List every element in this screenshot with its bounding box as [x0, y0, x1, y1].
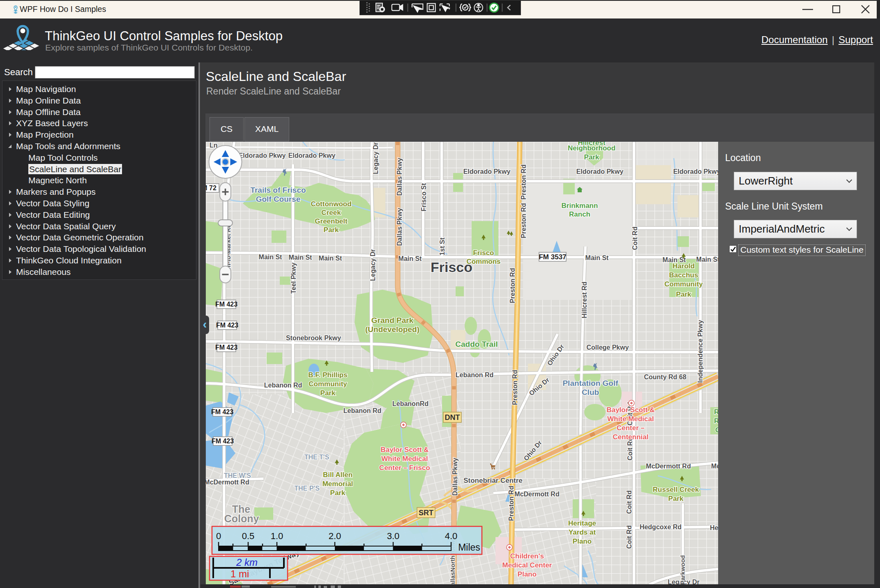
svg-text:Miles: Miles — [458, 542, 480, 553]
svg-text:Stonebriar Centre: Stonebriar Centre — [463, 477, 523, 484]
svg-text:Plantation Golf: Plantation Golf — [562, 379, 618, 387]
svg-text:Eldorado Pkwy: Eldorado Pkwy — [576, 168, 624, 175]
svg-text:Frisco St: Frisco St — [420, 183, 427, 211]
svg-text:Park: Park — [584, 153, 599, 161]
svg-text:Russell Creek: Russell Creek — [653, 486, 699, 493]
svg-text:DNT: DNT — [445, 413, 460, 422]
svg-text:Lebanon Rd: Lebanon Rd — [456, 371, 493, 378]
svg-text:4.0: 4.0 — [445, 531, 458, 541]
svg-text:SRT: SRT — [419, 509, 433, 517]
svg-text:0.5: 0.5 — [242, 531, 255, 541]
svg-text:Trails of Frisco: Trails of Frisco — [250, 186, 306, 194]
svg-text:Memorial: Memorial — [323, 480, 353, 488]
svg-text:Coit Rd: Coit Rd — [631, 227, 638, 250]
svg-text:Main St: Main St — [319, 255, 343, 262]
svg-text:Preston Rd: Preston Rd — [509, 268, 516, 303]
svg-text:Eldorado Pkwy: Eldorado Pkwy — [463, 168, 511, 175]
svg-text:Community: Community — [664, 280, 703, 288]
svg-text:Legacy Dr: Legacy Dr — [369, 249, 376, 281]
svg-text:Main St: Main St — [399, 255, 422, 262]
svg-text:FM 423: FM 423 — [215, 344, 237, 351]
svg-text:FM 3537: FM 3537 — [539, 253, 566, 261]
svg-text:FM 423: FM 423 — [215, 301, 237, 308]
svg-text:FM 423: FM 423 — [211, 408, 233, 415]
svg-text:Co: Co — [715, 426, 718, 434]
svg-text:2.0: 2.0 — [329, 531, 341, 541]
svg-text:Park: Park — [330, 489, 346, 497]
svg-text:Park: Park — [320, 389, 336, 397]
svg-text:Ranch: Ranch — [569, 210, 590, 218]
svg-text:Coit Rd: Coit Rd — [626, 491, 633, 514]
svg-text:Neighborhood: Neighborhood — [568, 144, 615, 152]
svg-text:Colony: Colony — [224, 513, 259, 524]
svg-text:Parkwood: Parkwood — [679, 555, 686, 584]
svg-text:Greenbelt: Greenbelt — [315, 217, 348, 225]
svg-text:Legacy Dr: Legacy Dr — [372, 142, 379, 174]
svg-text:Yards at: Yards at — [569, 528, 596, 536]
svg-text:Club: Club — [582, 388, 599, 397]
svg-text:Dallas Pkwy: Dallas Pkwy — [396, 158, 403, 196]
svg-text:McDermott Rd: McDermott Rd — [646, 463, 691, 470]
svg-text:Lebanon Rd: Lebanon Rd — [264, 382, 302, 389]
svg-text:Lebanon Rd: Lebanon Rd — [343, 407, 381, 414]
svg-text:McDermott Rd: McDermott Rd — [206, 479, 249, 486]
svg-text:Eldorado Pkwy: Eldorado Pkwy — [288, 152, 336, 159]
svg-text:Harold: Harold — [673, 262, 695, 270]
svg-text:FM 423: FM 423 — [216, 322, 238, 329]
svg-text:Main St: Main St — [289, 254, 313, 261]
svg-text:McD: McD — [711, 463, 718, 470]
svg-text:Park: Park — [324, 226, 339, 234]
svg-text:Hedg: Hedg — [710, 524, 718, 531]
svg-text:Eldorado Pkwy: Eldorado Pkwy — [239, 152, 286, 159]
svg-text:Baylor Scott &: Baylor Scott & — [380, 446, 428, 454]
svg-text:Main St: Main St — [585, 254, 609, 261]
svg-text:2 km: 2 km — [236, 557, 258, 568]
svg-text:College Pkwy: College Pkwy — [586, 344, 629, 351]
svg-text:B.F. Phillips: B.F. Phillips — [308, 371, 347, 379]
svg-text:Preston Rd: Preston Rd — [520, 203, 527, 238]
svg-text:FM 423: FM 423 — [212, 438, 234, 445]
svg-text:1.0: 1.0 — [271, 531, 283, 541]
svg-text:Main St: Main St — [696, 256, 718, 263]
svg-text:THE P'S: THE P'S — [294, 485, 320, 492]
svg-text:Main St: Main St — [259, 254, 283, 261]
svg-text:(Undeveloped): (Undeveloped) — [365, 325, 419, 334]
svg-text:Preston Rd: Preston Rd — [520, 164, 527, 199]
svg-text:M 72: M 72 — [206, 184, 217, 191]
svg-text:Eldorado Pkwy: Eldorado Pkwy — [673, 168, 718, 175]
svg-text:White Medical: White Medical — [381, 455, 428, 463]
svg-text:Dallas Pkwy: Dallas Pkwy — [452, 458, 458, 496]
svg-text:Brinkmann: Brinkmann — [562, 202, 598, 210]
svg-text:Hillcrest Rd: Hillcrest Rd — [581, 282, 588, 318]
svg-text:Children's: Children's — [510, 552, 544, 560]
svg-text:Commons: Commons — [466, 258, 500, 265]
svg-text:Preston Rd: Preston Rd — [511, 370, 518, 405]
svg-text:Creek: Creek — [321, 209, 341, 217]
svg-text:Park: Park — [668, 495, 684, 503]
svg-text:Centennial: Centennial — [613, 433, 649, 441]
svg-text:Medical Center: Medical Center — [502, 561, 552, 569]
svg-text:LebanonRd: LebanonRd — [392, 400, 428, 407]
svg-text:Grand Park: Grand Park — [371, 316, 414, 325]
svg-text:Independence Pkwy: Independence Pkwy — [697, 320, 704, 383]
svg-text:Center –: Center – — [617, 424, 645, 432]
svg-text:Plano: Plano — [518, 570, 537, 578]
svg-text:Community: Community — [309, 380, 347, 388]
svg-text:Coit Rd: Coit Rd — [626, 526, 633, 549]
svg-text:Bacchus: Bacchus — [669, 271, 698, 279]
svg-text:Plano: Plano — [573, 537, 592, 545]
svg-text:THE T'S: THE T'S — [304, 454, 329, 461]
svg-text:County Rd 68: County Rd 68 — [644, 374, 686, 380]
svg-text:Bill Allen: Bill Allen — [323, 471, 352, 479]
svg-text:McDermott Rd: McDermott Rd — [514, 491, 559, 498]
svg-text:Ranc: Ranc — [714, 417, 718, 425]
svg-text:Preston Rd: Preston Rd — [508, 486, 515, 521]
svg-text:Caddo Trail: Caddo Trail — [455, 340, 498, 348]
svg-text:Hedgcoxe Rd: Hedgcoxe Rd — [640, 523, 682, 530]
svg-text:Park: Park — [676, 291, 691, 298]
svg-text:3.0: 3.0 — [387, 531, 400, 541]
svg-text:Baylor Scott &: Baylor Scott & — [606, 406, 654, 414]
svg-text:Golf Course: Golf Course — [256, 195, 301, 203]
svg-text:Center – Frisco: Center – Frisco — [379, 464, 430, 472]
svg-text:1 mi: 1 mi — [230, 568, 249, 579]
